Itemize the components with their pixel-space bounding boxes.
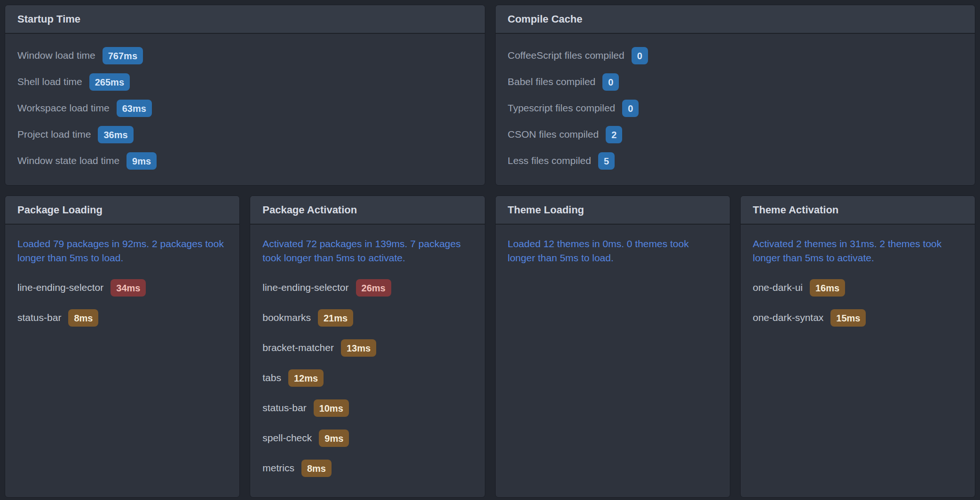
timing-badge: 265ms <box>89 73 130 91</box>
timing-badge: 36ms <box>98 126 133 143</box>
timing-label: Window load time <box>17 50 95 61</box>
timing-row: CSON files compiled 2 <box>508 125 963 144</box>
theme-name: one-dark-syntax <box>753 312 824 323</box>
timing-badge: 9ms <box>126 152 157 170</box>
count-badge: 5 <box>598 152 615 170</box>
panel-title: Startup Time <box>5 5 485 34</box>
timing-badge: 8ms <box>301 460 332 477</box>
timing-row: status-bar 8ms <box>17 308 227 327</box>
top-panel-row: Startup Time Window load time 767ms Shel… <box>5 5 975 186</box>
count-badge: 0 <box>632 47 648 64</box>
timing-label: Less files compiled <box>508 155 591 166</box>
package-name: bookmarks <box>262 312 311 323</box>
panel-title: Theme Activation <box>741 196 975 225</box>
timing-row: Project load time 36ms <box>17 125 473 144</box>
timing-badge: 63ms <box>117 100 152 117</box>
package-name: status-bar <box>262 402 306 414</box>
timing-badge: 12ms <box>288 369 324 387</box>
summary-text: Activated 2 themes in 31ms. 2 themes too… <box>753 237 963 265</box>
package-name: metrics <box>262 462 294 474</box>
timing-row: Workspace load time 63ms <box>17 99 473 117</box>
timing-row: bookmarks 21ms <box>262 308 472 327</box>
count-badge: 0 <box>622 100 639 117</box>
panel-package-activation: Package Activation Activated 72 packages… <box>250 195 485 498</box>
timing-row: Window load time 767ms <box>17 46 473 65</box>
panel-theme-activation: Theme Activation Activated 2 themes in 3… <box>740 195 975 498</box>
timing-badge: 16ms <box>810 279 845 297</box>
panel-title: Compile Cache <box>496 5 975 34</box>
timing-label: Project load time <box>17 129 91 140</box>
timing-row: status-bar 10ms <box>262 398 472 417</box>
timing-row: Babel files compiled 0 <box>508 72 963 91</box>
timing-badge: 34ms <box>111 279 146 297</box>
package-name: tabs <box>262 372 281 383</box>
timing-row: Less files compiled 5 <box>508 151 963 170</box>
timing-row: CoffeeScript files compiled 0 <box>508 46 963 65</box>
panel-compile-cache: Compile Cache CoffeeScript files compile… <box>495 5 976 186</box>
timing-badge: 9ms <box>319 430 349 447</box>
timing-row: one-dark-syntax 15ms <box>753 308 963 327</box>
timing-label: Babel files compiled <box>508 76 596 87</box>
timing-label: Typescript files compiled <box>508 102 616 114</box>
panel-package-loading: Package Loading Loaded 79 packages in 92… <box>5 195 240 498</box>
timing-label: Shell load time <box>17 76 82 87</box>
timing-label: Workspace load time <box>17 102 110 114</box>
timing-row: line-ending-selector 26ms <box>262 278 472 297</box>
timing-badge: 26ms <box>356 279 391 297</box>
timing-badge: 15ms <box>830 309 866 327</box>
timing-row: line-ending-selector 34ms <box>17 278 227 297</box>
timing-badge: 10ms <box>314 399 349 417</box>
timing-badge: 8ms <box>68 309 98 327</box>
timing-row: bracket-matcher 13ms <box>262 338 472 357</box>
panel-title: Theme Loading <box>496 196 730 225</box>
panel-startup-time: Startup Time Window load time 767ms Shel… <box>5 5 485 186</box>
timing-row: tabs 12ms <box>262 368 472 387</box>
package-name: line-ending-selector <box>262 282 348 293</box>
count-badge: 0 <box>602 73 619 91</box>
timing-row: Shell load time 265ms <box>17 72 473 91</box>
timing-badge: 13ms <box>341 339 376 357</box>
package-name: bracket-matcher <box>262 342 334 353</box>
package-name: status-bar <box>17 312 61 323</box>
panel-title: Package Activation <box>250 196 484 225</box>
package-name: spell-check <box>262 432 312 444</box>
timing-row: Typescript files compiled 0 <box>508 99 963 117</box>
timing-row: metrics 8ms <box>262 459 472 477</box>
timing-row: one-dark-ui 16ms <box>753 278 963 297</box>
timing-label: Window state load time <box>17 155 119 166</box>
timing-row: Window state load time 9ms <box>17 151 473 170</box>
summary-text: Loaded 79 packages in 92ms. 2 packages t… <box>17 237 227 265</box>
timing-badge: 21ms <box>318 309 353 327</box>
package-name: line-ending-selector <box>17 282 103 293</box>
timing-label: CSON files compiled <box>508 129 599 140</box>
theme-name: one-dark-ui <box>753 282 803 293</box>
summary-text: Loaded 12 themes in 0ms. 0 themes took l… <box>508 237 718 265</box>
count-badge: 2 <box>606 126 622 143</box>
panel-title: Package Loading <box>5 196 239 225</box>
panel-theme-loading: Theme Loading Loaded 12 themes in 0ms. 0… <box>495 195 730 498</box>
timecop-view: Startup Time Window load time 767ms Shel… <box>0 0 980 500</box>
timing-row: spell-check 9ms <box>262 429 472 447</box>
summary-text: Activated 72 packages in 139ms. 7 packag… <box>262 237 472 265</box>
timing-badge: 767ms <box>103 47 143 64</box>
timing-label: CoffeeScript files compiled <box>508 50 624 61</box>
bottom-panel-row: Package Loading Loaded 79 packages in 92… <box>5 195 975 498</box>
